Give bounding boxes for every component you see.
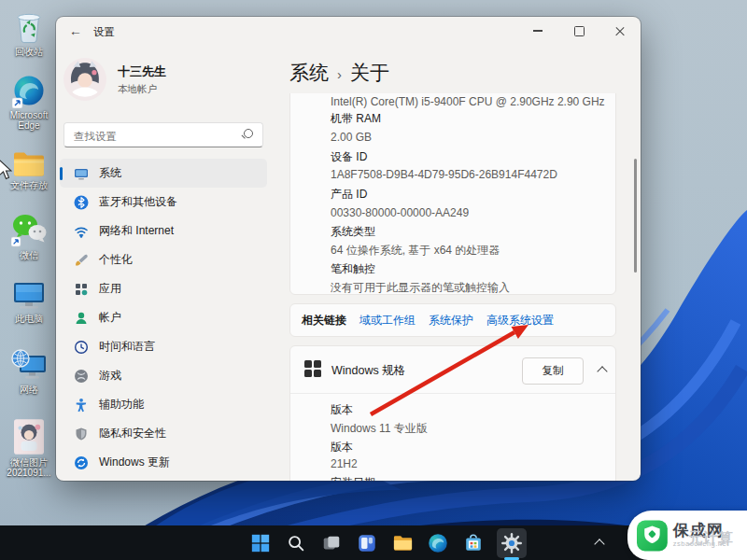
nav-item-time-language[interactable]: 时间和语言 bbox=[60, 332, 267, 361]
desktop-icon-network[interactable]: 网络 bbox=[2, 347, 56, 395]
breadcrumb-system[interactable]: 系统 bbox=[289, 60, 329, 86]
spec-value: 没有可用于此显示器的笔或触控输入 bbox=[331, 280, 510, 296]
taskbar-start-button[interactable] bbox=[248, 531, 273, 555]
watermark-badge: 保成网 元计算 zsbaocheng.net bbox=[627, 511, 747, 560]
nav-label: 隐私和安全性 bbox=[99, 426, 166, 441]
user-profile[interactable]: 十三先生 本地帐户 bbox=[63, 58, 166, 101]
spec-label: 设备 ID bbox=[331, 149, 367, 165]
close-icon bbox=[615, 26, 626, 36]
windows-spec-title: Windows 规格 bbox=[331, 363, 405, 379]
watermark-overlay-text: 元计算 bbox=[688, 529, 733, 549]
settings-window: ← 设置 十三先生 本地帐户 bbox=[56, 17, 641, 481]
nav-item-personalization[interactable]: 个性化 bbox=[60, 245, 267, 274]
folder-icon bbox=[12, 149, 46, 178]
nav-item-bluetooth-devices[interactable]: 蓝牙和其他设备 bbox=[60, 188, 267, 217]
bluetooth-icon bbox=[74, 195, 89, 210]
nav-item-accessibility[interactable]: 辅助功能 bbox=[60, 390, 267, 419]
nav-item-gaming[interactable]: 游戏 bbox=[60, 361, 267, 390]
desktop-icon-wechat-image[interactable]: 微信图片 2021091... bbox=[2, 418, 56, 478]
desktop-icon-label: 文件存放 bbox=[10, 180, 48, 190]
settings-gear-icon bbox=[500, 532, 523, 554]
chevron-up-icon[interactable] bbox=[597, 366, 607, 376]
page-title: 关于 bbox=[350, 60, 389, 86]
desktop-icon-label: 此电脑 bbox=[15, 314, 43, 324]
taskbar-search-button[interactable] bbox=[284, 531, 308, 555]
active-app-indicator bbox=[504, 557, 519, 560]
titlebar[interactable]: ← 设置 bbox=[56, 17, 641, 45]
taskbar-file-explorer-button[interactable] bbox=[390, 531, 415, 555]
maximize-button[interactable] bbox=[558, 17, 599, 45]
clock-icon bbox=[74, 340, 89, 355]
minimize-button[interactable] bbox=[517, 17, 558, 45]
widgets-icon bbox=[357, 533, 377, 553]
shield-icon bbox=[74, 427, 89, 441]
link-advanced-system-settings[interactable]: 高级系统设置 bbox=[486, 313, 554, 329]
xbox-icon bbox=[74, 369, 89, 384]
wechat-icon bbox=[11, 213, 47, 248]
nav-label: 帐户 bbox=[99, 310, 121, 326]
spec-value: 1A8F7508-D9B4-4D79-95D6-26B914F4472D bbox=[331, 168, 557, 181]
settings-nav: 系统 蓝牙和其他设备 网络和 Internet bbox=[60, 159, 267, 477]
system-icon bbox=[74, 166, 89, 181]
mouse-cursor bbox=[0, 159, 12, 181]
spec-label: 笔和触控 bbox=[331, 261, 375, 277]
desktop-icon-microsoft-edge[interactable]: Microsoft Edge bbox=[2, 75, 56, 131]
spec-value: 64 位操作系统, 基于 x64 的处理器 bbox=[331, 243, 500, 259]
search-input[interactable] bbox=[72, 124, 234, 147]
nav-item-network-internet[interactable]: 网络和 Internet bbox=[60, 217, 267, 245]
about-content: Intel(R) Core(TM) i5-9400F CPU @ 2.90GHz… bbox=[289, 93, 622, 481]
task-view-icon bbox=[321, 533, 342, 553]
desktop-icon-label: 回收站 bbox=[15, 47, 43, 57]
nav-item-apps[interactable]: 应用 bbox=[60, 274, 267, 303]
desktop-icon-recycle-bin[interactable]: 回收站 bbox=[2, 7, 56, 57]
taskbar-widgets-button[interactable] bbox=[355, 531, 379, 555]
link-system-protection[interactable]: 系统保护 bbox=[429, 313, 473, 329]
store-icon bbox=[463, 533, 484, 553]
nav-item-accounts[interactable]: 帐户 bbox=[60, 303, 267, 332]
nav-item-system[interactable]: 系统 bbox=[60, 159, 267, 188]
wifi-icon bbox=[74, 224, 89, 239]
nav-label: 游戏 bbox=[99, 368, 121, 384]
copy-button[interactable]: 复制 bbox=[522, 357, 584, 385]
processor-value: Intel(R) Core(TM) i5-9400F CPU @ 2.90GHz… bbox=[331, 95, 605, 108]
spec-label: 机带 RAM bbox=[331, 111, 381, 127]
related-links-card: 相关链接 域或工作组 系统保护 高级系统设置 bbox=[289, 303, 616, 337]
apps-icon bbox=[74, 282, 89, 297]
search-icon[interactable] bbox=[244, 129, 253, 138]
nav-item-windows-update[interactable]: Windows 更新 bbox=[60, 448, 267, 477]
spec-label: 安装日期 bbox=[331, 475, 375, 481]
edge-icon bbox=[12, 75, 46, 108]
person-icon bbox=[74, 311, 89, 326]
nav-label: 蓝牙和其他设备 bbox=[99, 194, 177, 210]
desktop-icon-wechat[interactable]: 微信 bbox=[2, 213, 56, 260]
scrollbar-thumb[interactable] bbox=[634, 159, 637, 273]
divider bbox=[290, 393, 615, 394]
desktop-screen: 回收站 Microsoft Edge 文件存放 bbox=[0, 0, 747, 560]
desktop-icon-label: 网络 bbox=[20, 385, 38, 395]
nav-label: 网络和 Internet bbox=[99, 223, 174, 239]
taskbar-settings-button[interactable] bbox=[497, 528, 527, 558]
edge-icon bbox=[428, 533, 448, 553]
taskbar-edge-button[interactable] bbox=[426, 531, 450, 555]
nav-label: 时间和语言 bbox=[99, 339, 155, 355]
tray-chevron-icon[interactable] bbox=[594, 539, 604, 549]
windows-spec-icon bbox=[304, 360, 321, 377]
close-button[interactable] bbox=[599, 17, 641, 45]
recycle-bin-icon bbox=[13, 7, 45, 45]
update-icon bbox=[74, 455, 89, 470]
back-button[interactable]: ← bbox=[63, 20, 88, 42]
windows-spec-card: Windows 规格 复制 版本 Windows 11 专业版 版本 21H2 … bbox=[289, 345, 616, 481]
search-icon bbox=[286, 533, 306, 553]
accessibility-icon bbox=[74, 398, 89, 413]
nav-item-privacy-security[interactable]: 隐私和安全性 bbox=[60, 419, 267, 448]
link-domain-workgroup[interactable]: 域或工作组 bbox=[359, 313, 416, 329]
spec-value: 00330-80000-00000-AA249 bbox=[331, 206, 469, 219]
taskbar-task-view-button[interactable] bbox=[319, 531, 344, 555]
taskbar-store-button[interactable] bbox=[461, 531, 486, 555]
nav-label: 个性化 bbox=[99, 252, 133, 268]
minimize-icon bbox=[533, 30, 543, 31]
maximize-icon bbox=[574, 26, 585, 36]
desktop-icon-this-pc[interactable]: 此电脑 bbox=[2, 280, 56, 324]
monitor-icon bbox=[11, 280, 47, 312]
settings-search[interactable] bbox=[63, 122, 263, 147]
